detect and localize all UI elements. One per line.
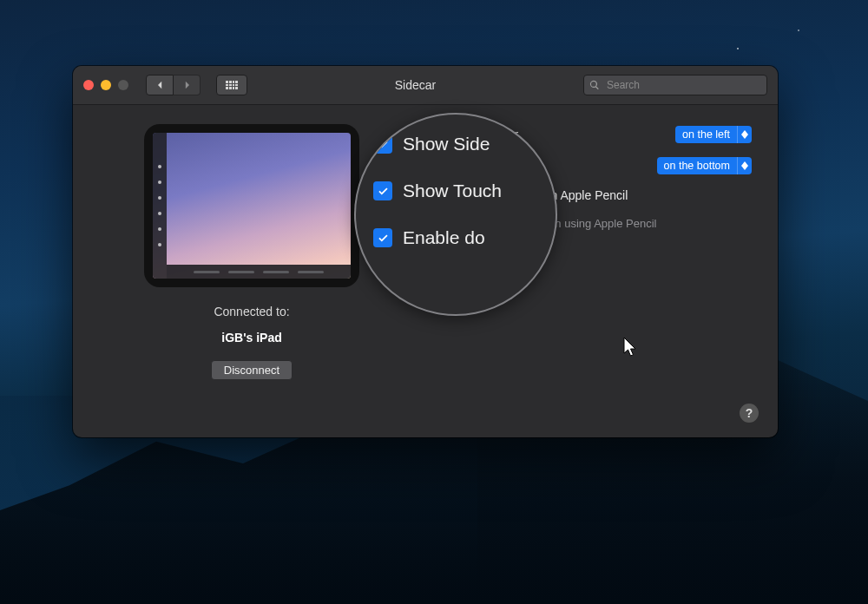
desktop-background: Sidecar Connected to: iGB's iP — [0, 0, 868, 604]
disconnect-button[interactable]: Disconnect — [211, 360, 293, 380]
lens-checkbox-icon — [373, 228, 392, 247]
lens-label-2: Show Touch — [403, 181, 502, 201]
zoom-button[interactable] — [118, 80, 128, 90]
touchbar-position-value: on the bottom — [657, 160, 737, 172]
nav-group — [146, 75, 201, 95]
window-title: Sidecar — [256, 78, 575, 92]
ipad-touchbar-preview — [167, 265, 351, 279]
forward-button[interactable] — [174, 75, 201, 95]
search-icon — [589, 80, 600, 90]
lens-label-3: Enable do — [403, 227, 485, 248]
sidebar-position-popup[interactable]: on the left — [675, 126, 752, 143]
chevron-left-icon — [156, 81, 164, 89]
ipad-sidebar-preview — [153, 133, 167, 279]
traffic-lights — [83, 80, 128, 90]
minimize-button[interactable] — [101, 80, 111, 90]
connected-to-label: Connected to: — [144, 305, 359, 318]
ipad-preview — [144, 124, 359, 287]
lens-row-doubletap: Enable do — [373, 227, 538, 248]
lens-row-sidebar: Show Side — [373, 134, 538, 154]
lens-row-touchbar: Show Touch — [373, 181, 538, 201]
chevron-right-icon — [183, 81, 191, 89]
grid-icon — [226, 81, 238, 89]
sidebar-position-value: on the left — [675, 128, 737, 141]
help-button[interactable]: ? — [740, 404, 759, 423]
zoom-lens: Show Side Show Touch Enable do — [354, 113, 557, 316]
device-name: iGB's iPad — [144, 331, 359, 345]
search-input[interactable] — [605, 78, 761, 92]
ipad-screen — [153, 133, 351, 279]
updown-icon — [737, 157, 752, 174]
back-button[interactable] — [146, 75, 174, 95]
show-all-button[interactable] — [216, 75, 247, 95]
connection-block: Connected to: iGB's iPad Disconnect — [144, 305, 359, 380]
touchbar-position-popup[interactable]: on the bottom — [657, 157, 752, 174]
lens-label-1: Show Side — [403, 134, 490, 154]
close-button[interactable] — [83, 80, 94, 90]
updown-icon — [737, 126, 752, 143]
lens-checkbox-icon — [373, 181, 392, 200]
titlebar: Sidecar — [73, 66, 778, 105]
search-field[interactable] — [583, 75, 767, 95]
